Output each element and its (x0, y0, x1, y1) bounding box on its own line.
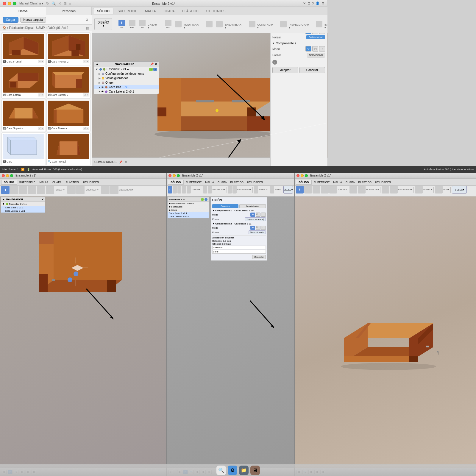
mode-btn-c2-1[interactable]: ⟲ (305, 46, 311, 51)
bm-c2-mode-2[interactable]: □ (256, 226, 260, 230)
br-min-btn[interactable] (301, 174, 304, 177)
bm-tool-5[interactable] (187, 186, 191, 193)
navigator-close-icon[interactable]: ✕ (154, 63, 157, 66)
bm-offsetz-value[interactable]: 0.0 e (212, 250, 266, 254)
sweep-tool[interactable]: Sw (138, 20, 147, 29)
cancelar-button[interactable]: Cancelar (299, 67, 325, 73)
br-tab-chapa[interactable]: CHAPA (344, 180, 356, 184)
window-user-icon[interactable]: 👤 (316, 1, 320, 5)
bm-c1-mode-2[interactable]: □ (256, 213, 260, 217)
modify-tool-2[interactable] (174, 21, 183, 27)
mode-btn-c2-2[interactable]: ◻ (312, 46, 318, 51)
br-tool-3[interactable] (313, 186, 320, 193)
bl-tool-5[interactable] (37, 186, 45, 194)
bm-viewport[interactable]: Ensamble 2 v1 ▶ración del documento ▶gua… (167, 196, 294, 468)
aceptar-button[interactable]: Aceptar (272, 67, 298, 73)
bl-tool-4[interactable] (28, 186, 36, 194)
bm-c2-mode-3[interactable]: → (261, 226, 266, 230)
comments-pin-icon[interactable]: 📌 (119, 160, 122, 164)
br-sel-btn[interactable]: SELEC▾ (452, 186, 467, 193)
br-mod-1[interactable] (349, 186, 357, 193)
nav-item-config[interactable]: ▶ Configuración del documento (94, 71, 159, 76)
br-tab-utilidades[interactable]: UTILIDADES (374, 180, 392, 184)
bl-tool-6[interactable] (46, 186, 54, 194)
br-tool-2[interactable] (304, 186, 312, 193)
tab-utilidades[interactable]: UTILIDADES (203, 8, 229, 14)
thumb-cara-lateral[interactable]: 🖼 Cara Lateral V4 ▾ (1, 66, 46, 99)
bm-position-tab[interactable]: Posición (212, 204, 238, 208)
tab-chapa[interactable]: CHAPA (160, 8, 178, 14)
bm-tab-solido[interactable]: SÓLIDO (168, 180, 184, 185)
bm-tool-1[interactable]: ⬆ (168, 186, 172, 193)
nav-item-root[interactable]: ▼ Ensamble 2 v1 ● ● ● (94, 67, 159, 71)
bl-max-btn[interactable] (10, 174, 13, 177)
thumb-cara-superior[interactable]: 🖼 Cara Superior V1 ▾ (1, 99, 46, 132)
bm-ens-1[interactable] (228, 186, 232, 193)
bl-tool-3[interactable] (19, 186, 27, 194)
close-icon[interactable]: ✕ (58, 1, 61, 6)
grid-icon[interactable]: ⊞ (64, 1, 67, 6)
bm-tab-malla[interactable]: MALLA (204, 180, 216, 184)
bl-viewport[interactable]: ◄ NAVEGADOR ✕ ▼ Ensamble 2 v1 ● Cara Bas… (0, 196, 166, 468)
nav-item-cara-lateral-2[interactable]: ● 👁 Cara Lateral 2 v5:1 (94, 89, 159, 94)
bl-min-btn[interactable] (6, 174, 9, 177)
bl-tool-2[interactable] (10, 186, 18, 194)
search-icon[interactable]: 🔍 (51, 1, 56, 6)
br-tab-solido[interactable]: SÓLIDO (296, 180, 312, 185)
bm-movement-tab[interactable]: Movimiento (239, 204, 266, 208)
br-mod-2[interactable] (358, 186, 366, 193)
bm-nav-config[interactable]: ▶ración del documento (168, 202, 209, 205)
bl-modify-1[interactable] (67, 186, 76, 194)
window-action-icon[interactable]: ✕ (303, 1, 306, 5)
breadcrumb-path1[interactable]: Fabricación Digital - USMP (9, 26, 45, 29)
component2-select-btn[interactable]: Seleccionar (307, 53, 325, 57)
bm-sel-btn[interactable]: SELEC▾ (283, 186, 293, 193)
ensamblar-label[interactable]: ENSAMBLAR ▾ (225, 23, 242, 29)
nav-item-views[interactable]: ▶ Vistas guardadas (94, 76, 159, 80)
bm-tool-4[interactable] (182, 186, 186, 193)
bm-cancelar-btn[interactable]: Cancelar (252, 255, 266, 259)
bm-tab-chapa[interactable]: CHAPA (216, 180, 228, 184)
notification-icon[interactable]: ≡ (69, 1, 71, 6)
bl-tool-1[interactable]: ⬆ (1, 186, 10, 194)
br-ins-1[interactable] (435, 186, 443, 193)
ensamblar-tool-2[interactable] (215, 21, 224, 27)
maximize-button[interactable] (13, 2, 16, 5)
thumb-cara-frontal-2[interactable]: 🖼 Cara Frontal 2 V1 ▾ (46, 32, 91, 65)
cargar-button[interactable]: Cargar (3, 17, 18, 23)
bl-tab-plastico[interactable]: PLÁSTICO (64, 180, 81, 184)
dock-finder[interactable]: 🔍 (216, 466, 226, 475)
bm-tool-3[interactable] (177, 186, 182, 193)
refresh-icon[interactable]: ↻ (46, 1, 49, 6)
bm-nav-cara-lateral[interactable]: Cara Lateral 2 v5:1 (168, 215, 209, 218)
br-ens-2[interactable] (390, 186, 398, 193)
bl-nav-cara-base[interactable]: Cara Base 2 v1:1 (1, 206, 45, 209)
bm-tab-utilidades[interactable]: UTILIDADES (246, 180, 264, 184)
bm-max-btn[interactable] (177, 174, 180, 177)
window-settings-icon[interactable]: ⚙ (322, 1, 324, 5)
br-insp-1[interactable] (415, 186, 423, 193)
dock-app3[interactable]: 🖥 (250, 466, 260, 475)
br-tool-5[interactable] (329, 186, 337, 193)
inspect-tool[interactable] (279, 21, 288, 27)
bm-nav-views[interactable]: ▶guardadas (168, 205, 209, 208)
tab-personas[interactable]: Personas (46, 7, 92, 15)
window-expand-icon[interactable]: ⊡ (308, 1, 310, 5)
bm-mod-2[interactable] (208, 186, 212, 193)
nueva-carpeta-button[interactable]: Nueva carpeta (20, 17, 46, 23)
diseño-dropdown[interactable]: DISEÑO ▾ (94, 18, 112, 30)
bm-mod-1[interactable] (203, 186, 207, 193)
bl-ens-1[interactable] (101, 186, 110, 194)
br-tab-plastico[interactable]: PLÁSTICO (357, 180, 373, 184)
dock-fusion[interactable]: ⚙ (228, 466, 237, 475)
sys-bar-battery-icon[interactable]: 🔋 (27, 168, 30, 171)
navigator-pin-icon[interactable]: 📌 (150, 63, 154, 66)
bl-tab-superficie[interactable]: SUPERFICIE (18, 180, 37, 184)
br-viewport[interactable]: ↑ (295, 196, 476, 468)
construir-tool[interactable] (247, 21, 257, 27)
info-icon[interactable]: i (272, 60, 277, 65)
modificar-label[interactable]: MODIFICAR ▾ (184, 23, 200, 29)
bl-nav-cara-lateral[interactable]: Cara Lateral 2 v1:1 (1, 209, 45, 213)
br-ens-1[interactable] (382, 186, 389, 193)
bm-insp-1[interactable] (254, 186, 258, 193)
